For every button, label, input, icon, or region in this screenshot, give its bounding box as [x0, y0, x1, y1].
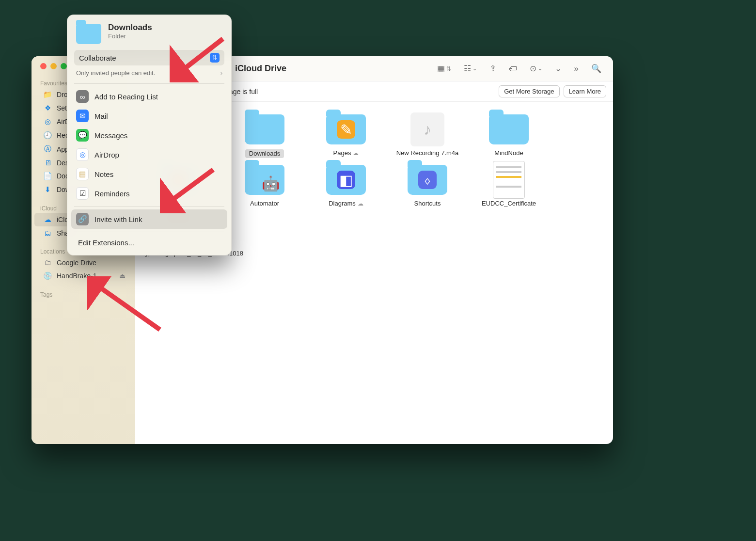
file-name: New Recording 7.m4a [396, 149, 459, 157]
action-label: Add to Reading List [94, 93, 158, 101]
search-button[interactable]: 🔍 [588, 62, 604, 76]
document-icon: 📄 [43, 172, 52, 180]
file-item[interactable]: ◧ Diagrams☁ [308, 163, 384, 207]
cloud-download-icon: ☁ [353, 150, 359, 157]
eject-icon[interactable]: ⏏ [119, 272, 126, 280]
tag-icon: 🏷 [509, 64, 517, 74]
file-name: Automator [250, 200, 279, 207]
permission-text: Only invited people can edit. [76, 69, 155, 77]
clock-icon: 🕘 [43, 131, 52, 140]
share-icon: ⇪ [489, 64, 496, 74]
cloud-icon: ☁ [43, 215, 52, 224]
folder-icon: ⬨ [408, 165, 447, 195]
ellipsis-circle-icon: ⊙ [530, 64, 536, 74]
sidebar-item-handbrake[interactable]: 💿HandBrake-1...⏏ [34, 269, 132, 283]
share-action-messages[interactable]: 💬Messages [67, 126, 231, 145]
file-name: Downloads [245, 149, 284, 158]
reminders-icon: ☑ [76, 187, 89, 200]
airdrop-icon: ◎ [76, 148, 89, 161]
folder-icon: 📁 [43, 90, 52, 99]
dropbox-icon: ❖ [43, 104, 52, 112]
folder-icon: ✎ [326, 114, 366, 144]
file-name: MindNode [494, 149, 523, 157]
share-button[interactable]: ⇪ [487, 62, 499, 76]
app-overlay-icon: ◧ [337, 171, 355, 189]
messages-icon: 💬 [76, 129, 89, 142]
invite-with-link-button[interactable]: 🔗Invite with Link [71, 209, 227, 229]
audio-file-icon: ♪ [410, 112, 444, 146]
file-item[interactable]: ♪ New Recording 7.m4a [389, 112, 466, 158]
app-overlay-icon: 🤖 [256, 172, 284, 195]
file-item[interactable]: EUDCC_Certificate [471, 163, 547, 207]
folder-icon [245, 114, 284, 144]
sidebar-item-label: HandBrake-1... [57, 272, 102, 280]
action-label: Edit Extensions... [76, 239, 134, 247]
share-popover: Downloads Folder Collaborate ⇅ Only invi… [67, 15, 232, 255]
cloud-download-icon: ☁ [358, 200, 363, 207]
collaborate-mode-select[interactable]: Collaborate ⇅ [74, 50, 224, 65]
share-action-airdrop[interactable]: ◎AirDrop [67, 145, 231, 164]
chevron-down-icon: ⌄ [538, 65, 542, 72]
file-item[interactable]: 🤖 Automator [226, 163, 303, 207]
get-more-storage-button[interactable]: Get More Storage [499, 85, 559, 97]
folder-icon: ◧ [326, 165, 366, 195]
file-name: Diagrams☁ [329, 200, 363, 207]
overflow-button[interactable]: » [571, 62, 582, 76]
more-button[interactable]: ⊙⌄ [527, 62, 545, 76]
sidebar-item-google-drive[interactable]: 🗂Google Drive [34, 256, 132, 269]
apps-icon: Ⓐ [43, 144, 52, 154]
file-name: EUDCC_Certificate [482, 200, 536, 207]
popover-title: Downloads [108, 23, 152, 32]
zoom-window-button[interactable] [61, 63, 67, 69]
download-icon: ⬇ [43, 185, 52, 194]
popover-header: Downloads Folder [67, 22, 231, 50]
permission-row[interactable]: Only invited people can edit. › [67, 67, 231, 80]
sidebar-item-label: Dro [57, 91, 68, 98]
overflow-chevron[interactable]: ⌄ [552, 62, 565, 76]
action-label: Notes [94, 170, 113, 178]
folder-icon [489, 114, 529, 144]
action-label: AirDrop [94, 151, 119, 159]
folder-icon [76, 24, 101, 44]
share-action-reading-list[interactable]: ∞Add to Reading List [67, 87, 231, 106]
sidebar-item-label: Google Drive [57, 259, 96, 267]
chevron-down-icon: ⌄ [472, 65, 477, 72]
shared-folder-icon: 🗂 [43, 229, 52, 237]
sidebar-section-tags: Tags [32, 288, 135, 299]
edit-extensions-button[interactable]: Edit Extensions... [67, 235, 231, 250]
share-action-notes[interactable]: ▤Notes [67, 164, 231, 184]
tags-button[interactable]: 🏷 [506, 62, 520, 76]
action-label: Messages [94, 131, 127, 140]
minimize-window-button[interactable] [50, 63, 57, 69]
file-item[interactable]: ✎ Pages☁ [308, 112, 384, 158]
share-action-reminders[interactable]: ☑Reminders [67, 184, 231, 203]
close-window-button[interactable] [40, 63, 47, 69]
link-icon: 🔗 [76, 213, 89, 225]
airdrop-icon: ◎ [43, 117, 52, 126]
sidebar-item-label: Set [57, 104, 67, 112]
file-item[interactable]: Downloads [226, 112, 303, 158]
share-action-mail[interactable]: ✉Mail [67, 106, 231, 126]
view-icons-button[interactable]: ▦⇅ [434, 62, 454, 76]
group-button[interactable]: ☷⌄ [461, 62, 480, 76]
grid-icon: ▦ [437, 64, 445, 74]
learn-more-button[interactable]: Learn More [564, 85, 606, 97]
chevron-right-icon: › [220, 69, 222, 77]
document-icon [493, 161, 525, 199]
file-item[interactable]: MindNode [471, 112, 547, 158]
separator [74, 206, 224, 207]
mail-icon: ✉ [76, 110, 89, 122]
search-icon: 🔍 [591, 64, 601, 74]
file-name: Pages☁ [333, 149, 359, 157]
group-icon: ☷ [464, 64, 471, 74]
separator [74, 83, 224, 84]
file-name: Shortcuts [414, 200, 441, 207]
notes-icon: ▤ [76, 168, 89, 180]
action-label: Invite with Link [94, 215, 142, 223]
app-overlay-icon: ⬨ [418, 171, 437, 189]
app-overlay-icon: ✎ [337, 120, 355, 139]
file-item[interactable]: ⬨ Shortcuts [389, 163, 466, 207]
separator [74, 232, 224, 232]
chevron-down-icon: ⌄ [555, 64, 562, 74]
desktop-icon: 🖥 [43, 159, 52, 167]
